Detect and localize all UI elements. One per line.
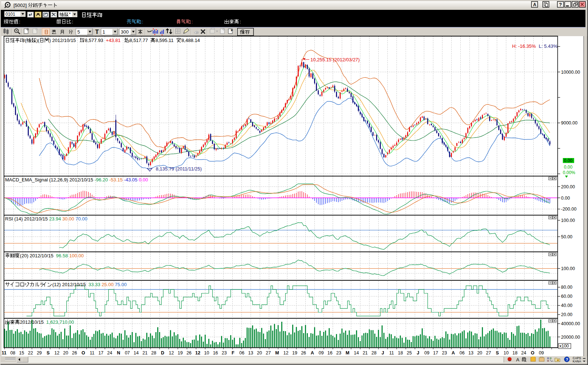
svg-text:21: 21 bbox=[142, 350, 147, 356]
svg-text:S: S bbox=[496, 350, 499, 356]
svg-text:T: T bbox=[95, 29, 99, 35]
svg-text:8,488.14: 8,488.14 bbox=[182, 38, 200, 43]
svg-text:9000.00: 9000.00 bbox=[561, 120, 577, 126]
svg-text:23.94: 23.94 bbox=[49, 216, 61, 222]
svg-text:-43.05: -43.05 bbox=[124, 177, 138, 182]
svg-text:80.00: 80.00 bbox=[561, 285, 572, 290]
svg-text:15: 15 bbox=[19, 350, 24, 356]
svg-text:16: 16 bbox=[328, 350, 333, 356]
svg-text:100.00: 100.00 bbox=[561, 218, 575, 223]
svg-text:A: A bbox=[533, 2, 537, 7]
svg-text:N: N bbox=[117, 350, 120, 356]
svg-text:L: 5.43%: L: 5.43% bbox=[539, 43, 558, 49]
svg-text:50.00: 50.00 bbox=[561, 234, 572, 239]
svg-text:300: 300 bbox=[121, 29, 129, 35]
svg-text:?: ? bbox=[566, 357, 568, 362]
svg-text:M: M bbox=[346, 350, 349, 356]
svg-text:27: 27 bbox=[486, 350, 491, 356]
svg-text:24: 24 bbox=[107, 350, 112, 356]
svg-text:19: 19 bbox=[292, 350, 297, 356]
svg-text:09: 09 bbox=[424, 350, 429, 356]
svg-text:96.58: 96.58 bbox=[56, 253, 68, 258]
svg-text:-96.20: -96.20 bbox=[94, 177, 108, 182]
svg-text:8,577.93: 8,577.93 bbox=[85, 38, 104, 43]
svg-text:1,623,710.00: 1,623,710.00 bbox=[46, 319, 74, 325]
svg-text::: : bbox=[192, 19, 193, 24]
svg-text:23: 23 bbox=[222, 350, 227, 356]
svg-text:60.00: 60.00 bbox=[561, 294, 572, 299]
svg-text:D: D bbox=[161, 350, 164, 356]
svg-text:20: 20 bbox=[477, 350, 482, 356]
svg-text:75.00: 75.00 bbox=[115, 282, 127, 287]
svg-text:100.00: 100.00 bbox=[561, 266, 575, 271]
svg-text:S: S bbox=[47, 350, 50, 356]
svg-text:10: 10 bbox=[504, 350, 509, 356]
svg-text:?: ? bbox=[559, 2, 562, 7]
svg-text:28: 28 bbox=[151, 350, 156, 356]
svg-text:18: 18 bbox=[512, 350, 518, 356]
svg-text:21: 21 bbox=[363, 350, 368, 356]
svg-text:RSI (14) 2012/10/15: RSI (14) 2012/10/15 bbox=[5, 216, 48, 222]
svg-text:12: 12 bbox=[195, 350, 200, 356]
svg-text:14: 14 bbox=[354, 350, 359, 356]
svg-text:8,595.11: 8,595.11 bbox=[155, 38, 174, 43]
svg-text:8,135.79 (2011/11/25): 8,135.79 (2011/11/25) bbox=[156, 166, 202, 172]
svg-text:200.00: 200.00 bbox=[561, 184, 575, 189]
svg-text:27: 27 bbox=[266, 350, 271, 356]
svg-text:5: 5 bbox=[77, 29, 80, 35]
svg-text:13: 13 bbox=[468, 350, 473, 356]
svg-text:12: 12 bbox=[283, 350, 289, 356]
svg-text:H: -16.35%: H: -16.35% bbox=[512, 43, 536, 49]
svg-text:10,255.15 (2012/03/27): 10,255.15 (2012/03/27) bbox=[310, 57, 360, 62]
svg-text:26: 26 bbox=[72, 350, 77, 356]
svg-text:23: 23 bbox=[336, 350, 341, 356]
svg-text:30.00: 30.00 bbox=[62, 216, 74, 222]
svg-text:1: 1 bbox=[102, 29, 105, 35]
svg-text:J: J bbox=[417, 350, 419, 356]
svg-text:0.00: 0.00 bbox=[139, 177, 148, 182]
svg-text:*: * bbox=[69, 12, 71, 17]
svg-text:26: 26 bbox=[301, 350, 306, 356]
svg-text:)(: )( bbox=[36, 38, 39, 43]
svg-text::: : bbox=[19, 19, 20, 24]
svg-text:11: 11 bbox=[90, 350, 94, 356]
svg-text:29: 29 bbox=[37, 350, 42, 356]
svg-text:A: A bbox=[311, 350, 314, 356]
svg-text:-53.15: -53.15 bbox=[109, 177, 123, 182]
svg-text:A: A bbox=[452, 350, 455, 356]
svg-text::: : bbox=[72, 19, 73, 24]
svg-text:O: O bbox=[531, 350, 534, 356]
svg-text:0.00: 0.00 bbox=[561, 196, 570, 201]
svg-text:20.00: 20.00 bbox=[561, 312, 572, 317]
svg-text:07: 07 bbox=[125, 350, 130, 356]
svg-text:[5002]: [5002] bbox=[13, 3, 27, 8]
svg-text:(20) 2012/10/15: (20) 2012/10/15 bbox=[20, 253, 54, 258]
svg-text:+43.81: +43.81 bbox=[106, 38, 120, 43]
svg-text:-200.00: -200.00 bbox=[561, 207, 576, 212]
svg-text:25: 25 bbox=[407, 350, 412, 356]
svg-text:0.00: 0.00 bbox=[564, 158, 573, 163]
svg-text:12: 12 bbox=[54, 350, 59, 356]
svg-text:11: 11 bbox=[1, 350, 6, 356]
svg-text:10: 10 bbox=[204, 350, 209, 356]
svg-text:16: 16 bbox=[213, 350, 218, 356]
svg-text:20000.00: 20000.00 bbox=[561, 335, 580, 340]
svg-text::: : bbox=[142, 19, 143, 24]
svg-text:M: M bbox=[275, 350, 279, 356]
svg-text:P: P bbox=[231, 29, 233, 32]
svg-text:09: 09 bbox=[318, 350, 324, 356]
svg-text:O: O bbox=[81, 350, 85, 356]
svg-text:24: 24 bbox=[521, 350, 526, 356]
svg-text:08: 08 bbox=[10, 350, 15, 356]
svg-text:8,517.77: 8,517.77 bbox=[129, 38, 148, 43]
svg-text:20: 20 bbox=[63, 350, 68, 356]
svg-text:0101: 0101 bbox=[5, 12, 15, 17]
svg-text:) 2012/10/15: ) 2012/10/15 bbox=[49, 38, 76, 43]
svg-text:100.00: 100.00 bbox=[69, 253, 84, 258]
svg-text:40000.00: 40000.00 bbox=[561, 321, 580, 326]
svg-text:(: ( bbox=[25, 38, 27, 43]
svg-text:70.00: 70.00 bbox=[76, 216, 88, 222]
svg-text:MACD_EMA_Signal (12,26,9) 2012: MACD_EMA_Signal (12,26,9) 2012/10/15 bbox=[5, 177, 93, 182]
svg-text:F: F bbox=[232, 350, 235, 356]
svg-text:J: J bbox=[382, 350, 384, 356]
